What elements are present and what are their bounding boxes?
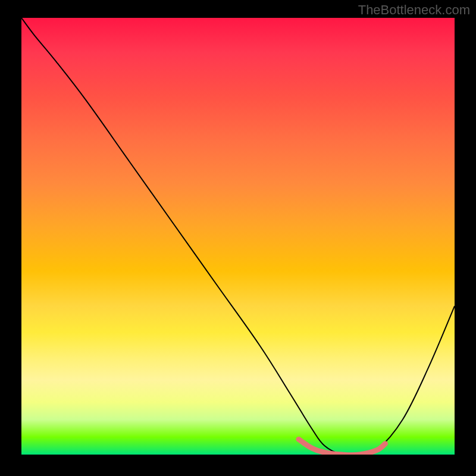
chart-area [21,18,455,455]
chart-svg [21,18,455,455]
curve-line [21,18,455,455]
highlight-line [299,439,386,455]
watermark-text: TheBottleneck.com [358,2,470,18]
